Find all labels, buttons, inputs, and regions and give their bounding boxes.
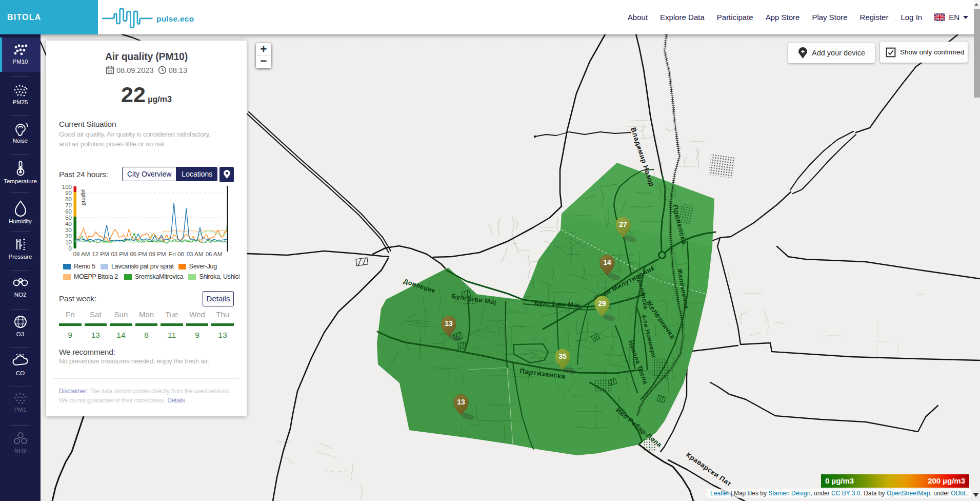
svg-text:90: 90 — [65, 190, 72, 196]
svg-text:06 PM: 06 PM — [130, 251, 147, 257]
svg-text:12 PM: 12 PM — [92, 251, 109, 257]
svg-text:13: 13 — [445, 319, 453, 327]
svg-text:50: 50 — [65, 215, 72, 221]
svg-text:14: 14 — [603, 258, 611, 266]
svg-text:29: 29 — [598, 299, 606, 307]
svg-text:80: 80 — [65, 196, 72, 202]
svg-text:Fri 08: Fri 08 — [169, 251, 184, 257]
svg-text:10: 10 — [65, 239, 72, 245]
svg-text:60: 60 — [65, 208, 72, 215]
svg-text:100: 100 — [62, 184, 72, 190]
svg-text:27: 27 — [619, 220, 627, 228]
svg-text:30: 30 — [65, 227, 72, 233]
svg-text:35: 35 — [558, 352, 567, 360]
svg-text:03 PM: 03 PM — [111, 251, 128, 257]
svg-text:20: 20 — [65, 233, 72, 239]
svg-text:40: 40 — [65, 221, 72, 227]
svg-text:06 AM: 06 AM — [206, 251, 223, 257]
svg-text:09 PM: 09 PM — [149, 251, 166, 257]
svg-text:13: 13 — [457, 398, 465, 406]
svg-text:µg/m3: µg/m3 — [81, 189, 87, 205]
svg-text:70: 70 — [65, 202, 72, 208]
svg-text:0: 0 — [69, 245, 72, 252]
svg-text:09 AM: 09 AM — [73, 251, 90, 257]
svg-text:03 AM: 03 AM — [187, 251, 204, 257]
